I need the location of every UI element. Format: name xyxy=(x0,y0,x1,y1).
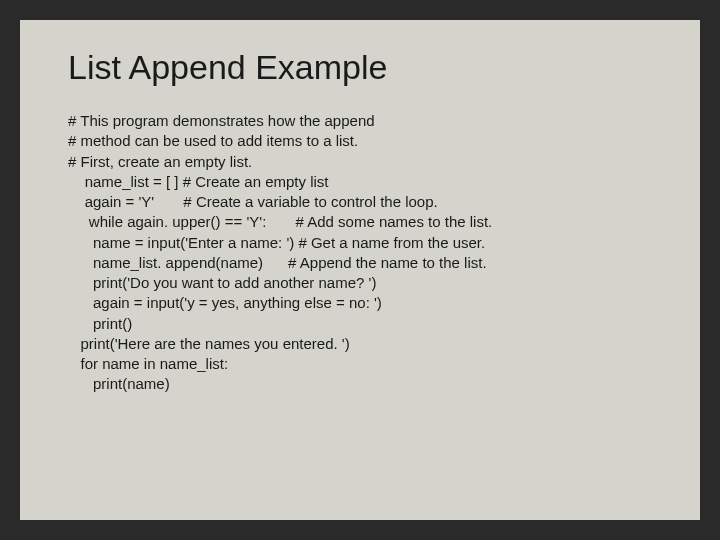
code-line: # method can be used to add items to a l… xyxy=(68,132,358,149)
code-line: print('Do you want to add another name? … xyxy=(68,274,376,291)
code-line: again = input('y = yes, anything else = … xyxy=(68,294,382,311)
slide: List Append Example # This program demon… xyxy=(20,20,700,520)
code-line: print(name) xyxy=(68,375,170,392)
code-line: print('Here are the names you entered. '… xyxy=(68,335,350,352)
slide-title: List Append Example xyxy=(68,48,652,87)
code-line: for name in name_list: xyxy=(68,355,228,372)
code-line: while again. upper() == 'Y': # Add some … xyxy=(68,213,492,230)
code-line: # First, create an empty list. xyxy=(68,153,252,170)
code-block: # This program demonstrates how the appe… xyxy=(68,111,652,395)
code-line: # This program demonstrates how the appe… xyxy=(68,112,375,129)
code-line: name_list = [ ] # Create an empty list xyxy=(68,173,329,190)
code-line: name = input('Enter a name: ') # Get a n… xyxy=(68,234,485,251)
code-line: name_list. append(name) # Append the nam… xyxy=(68,254,487,271)
code-line: again = 'Y' # Create a variable to contr… xyxy=(68,193,438,210)
code-line: print() xyxy=(68,315,132,332)
